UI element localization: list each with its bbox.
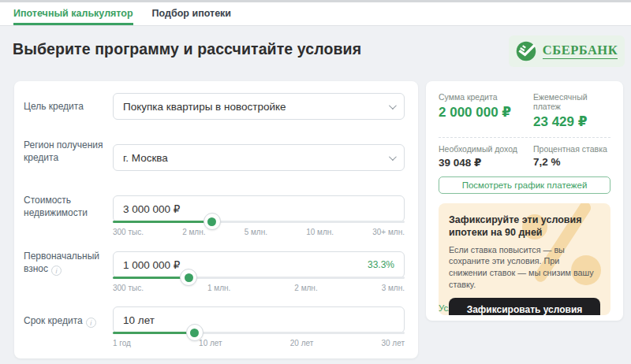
monthly-payment-label: Ежемесячный платеж	[533, 92, 610, 111]
tick-label: 3 млн.	[382, 284, 405, 292]
tick-label: 300 тыс.	[113, 284, 144, 292]
property-value-label-text: Стоимость недвижимости	[24, 195, 88, 218]
payment-schedule-button[interactable]: Посмотреть график платежей	[439, 176, 610, 194]
interest-rate-value: 7,2 %	[533, 156, 610, 168]
region-select[interactable]: г. Москва	[113, 144, 405, 171]
summary-panel: Сумма кредита 2 000 000 ₽ Ежемесячный пл…	[426, 81, 623, 321]
term-text: 10 лет	[123, 314, 155, 326]
region-label-text: Регион получения кредита	[24, 139, 103, 163]
info-icon[interactable]	[86, 318, 96, 328]
rate-lock-promo: Зафиксируйте эти условия ипотеки на 90 д…	[439, 203, 610, 315]
down-payment-text: 1 000 000 ₽	[123, 258, 180, 271]
down-payment-label-text: Первоначальный взнос	[24, 251, 99, 274]
goal-value: Покупка квартиры в новостройке	[123, 101, 286, 113]
sberbank-logo[interactable]: СБЕРБАНК	[509, 35, 625, 67]
goal-label: Цель кредита	[24, 100, 109, 113]
property-value-slider[interactable]	[113, 221, 405, 223]
tab-label: Подбор ипотеки	[152, 8, 231, 19]
down-payment-slider[interactable]	[113, 277, 405, 279]
down-payment-label: Первоначальный взнос	[24, 250, 109, 276]
property-value-label: Стоимость недвижимости	[24, 194, 109, 219]
tick-label: 30+ млн.	[372, 228, 405, 236]
tick-label: 10 лет	[199, 339, 222, 347]
tick-label: 1 год	[113, 339, 131, 347]
tab-mortgage-calculator[interactable]: Ипотечный калькулятор	[13, 2, 133, 25]
promo-body: Если ставка повысится — вы сохраните эти…	[449, 244, 600, 292]
slider-fill	[113, 277, 189, 279]
region-value: г. Москва	[123, 152, 168, 164]
summary-row-bottom: Необходимый доход 39 048 ₽ Процентная ст…	[439, 144, 610, 169]
credit-sum: Сумма кредита 2 000 000 ₽	[439, 92, 532, 130]
monthly-payment: Ежемесячный платеж 23 429 ₽	[533, 92, 610, 130]
tick-label: 10 млн.	[306, 228, 334, 236]
property-value-text: 3 000 000 ₽	[123, 202, 180, 215]
credit-sum-value: 2 000 000 ₽	[439, 104, 532, 121]
slider-fill	[113, 332, 195, 334]
goal-select[interactable]: Покупка квартиры в новостройке	[113, 93, 405, 120]
interest-rate-label: Процентная ставка	[533, 144, 610, 154]
tick-label: 30 лет	[381, 339, 405, 347]
tick-label: 5 млн.	[245, 228, 267, 236]
term-ticks: 1 год 10 лет 20 лет 30 лет	[113, 339, 405, 347]
tick-label: 1 млн.	[207, 284, 230, 292]
goal-label-text: Цель кредита	[24, 101, 84, 112]
chevron-down-icon	[389, 102, 397, 110]
region-label: Регион получения кредита	[24, 139, 109, 164]
promo-title: Зафиксируйте эти условия ипотеки на 90 д…	[449, 214, 584, 240]
tick-label: 300 тыс.	[113, 228, 144, 236]
tab-mortgage-selection[interactable]: Подбор ипотеки	[152, 2, 231, 25]
slider-fill	[113, 221, 212, 223]
required-income: Необходимый доход 39 048 ₽	[439, 144, 532, 169]
property-value-ticks: 300 тыс. 2 млн. 5 млн. 10 млн. 30+ млн.	[113, 228, 405, 236]
credit-sum-label: Сумма кредита	[439, 92, 532, 102]
down-payment-ticks: 300 тыс. 1 млн. 2 млн. 3 млн.	[113, 284, 405, 292]
term-label: Срок кредита	[24, 314, 109, 328]
required-income-value: 39 048 ₽	[439, 156, 532, 169]
chevron-down-icon	[389, 153, 397, 161]
tick-label: 2 млн.	[182, 228, 205, 236]
mortgage-calculator-page: Ипотечный калькулятор Подбор ипотеки Выб…	[0, 0, 631, 364]
down-payment-percent: 33.3%	[368, 259, 394, 270]
lock-conditions-button[interactable]: Зафиксировать условия	[449, 298, 600, 315]
tab-label: Ипотечный калькулятор	[13, 8, 133, 19]
sberbank-logo-text: СБЕРБАНК	[543, 43, 618, 58]
term-slider[interactable]	[113, 332, 405, 334]
calculator-form: Цель кредита Покупка квартиры в новостро…	[14, 81, 418, 358]
term-label-text: Срок кредита	[24, 315, 83, 326]
info-icon[interactable]	[51, 266, 62, 276]
property-value-input[interactable]: 3 000 000 ₽	[113, 195, 405, 222]
dashed-divider	[439, 137, 610, 138]
tick-label: 2 млн.	[294, 284, 317, 292]
required-income-label: Необходимый доход	[439, 144, 532, 154]
tab-bar: Ипотечный калькулятор Подбор ипотеки	[0, 2, 631, 26]
sberbank-logo-icon	[516, 41, 536, 61]
term-input[interactable]: 10 лет	[113, 306, 405, 333]
down-payment-input[interactable]: 1 000 000 ₽ 33.3%	[113, 251, 405, 278]
monthly-payment-value: 23 429 ₽	[533, 113, 610, 130]
page-title: Выберите программу и рассчитайте условия	[13, 40, 361, 58]
interest-rate: Процентная ставка 7,2 %	[533, 144, 610, 169]
tick-label: 20 лет	[290, 339, 314, 347]
summary-row-top: Сумма кредита 2 000 000 ₽ Ежемесячный пл…	[439, 92, 610, 130]
